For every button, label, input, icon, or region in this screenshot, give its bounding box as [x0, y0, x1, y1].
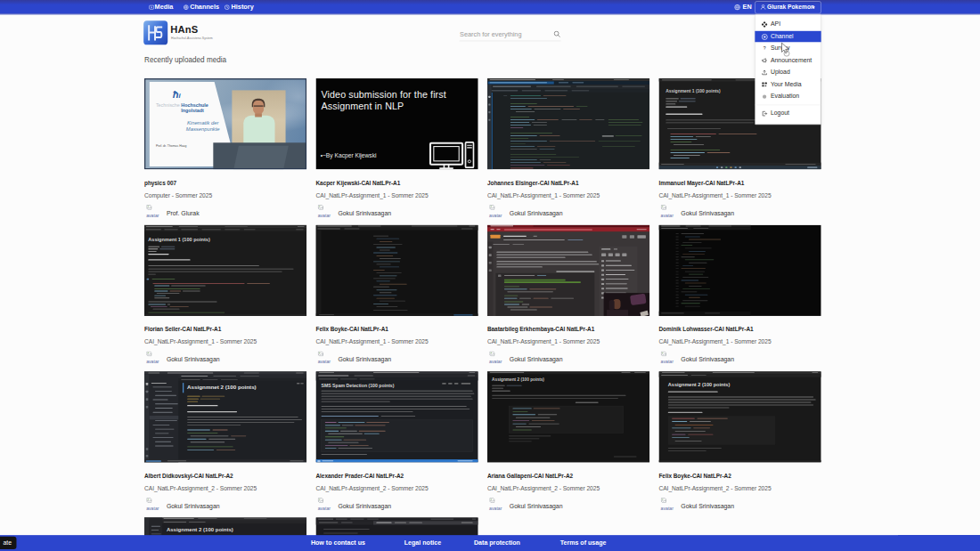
svg-text:?: ? [764, 45, 766, 51]
